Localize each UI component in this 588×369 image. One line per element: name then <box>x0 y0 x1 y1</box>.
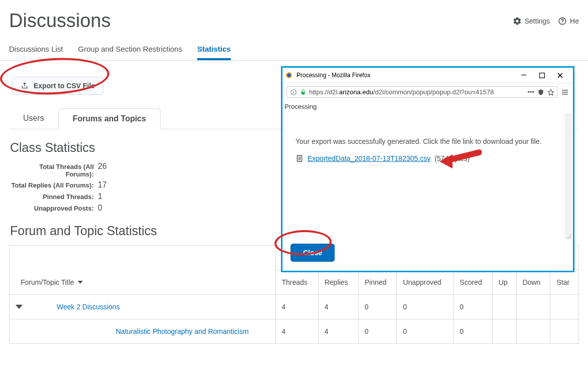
file-size: (574 bytes) <box>434 154 470 162</box>
shield-icon[interactable] <box>537 89 544 96</box>
col-replies[interactable]: Replies <box>318 270 358 295</box>
col-scored[interactable]: Scored <box>454 270 492 295</box>
export-csv-button[interactable]: Export to CSV File <box>12 77 103 95</box>
url-rest: /d2l/common/popup/popup.d2l?ou=41578 <box>373 88 494 96</box>
firefox-icon <box>285 72 292 79</box>
cell-down <box>516 295 550 319</box>
cell-threads: 4 <box>275 319 318 344</box>
help-label: He <box>570 17 579 25</box>
info-icon <box>290 89 297 96</box>
gear-icon <box>513 17 522 26</box>
stat-value: 1 <box>98 192 102 201</box>
col-up[interactable]: Up <box>492 270 516 295</box>
col-pinned[interactable]: Pinned <box>358 270 397 295</box>
settings-label: Settings <box>525 17 550 25</box>
cell-down <box>516 319 550 344</box>
sort-desc-icon <box>78 280 83 285</box>
page-title: Discussions <box>9 10 111 32</box>
window-maximize-button[interactable] <box>533 70 551 81</box>
stat-value: 17 <box>98 180 107 190</box>
lock-icon <box>300 89 306 95</box>
tab-restrictions[interactable]: Group and Section Restrictions <box>78 41 183 60</box>
export-icon <box>21 82 29 90</box>
svg-rect-4 <box>521 75 526 75</box>
url-host: arizona.edu <box>339 88 373 96</box>
cell-unapproved: 0 <box>397 319 454 344</box>
tab-statistics[interactable]: Statistics <box>197 41 231 60</box>
cell-up <box>492 295 516 319</box>
cell-unapproved: 0 <box>397 295 454 319</box>
cell-pinned: 0 <box>358 295 397 319</box>
stat-value: 0 <box>98 204 102 213</box>
svg-point-1 <box>562 23 563 24</box>
main-tabs: Discussions List Group and Section Restr… <box>0 36 588 61</box>
cell-scored: 0 <box>454 295 492 319</box>
export-file-link[interactable]: ExportedData_2018-07-13T182305.csv <box>308 154 430 162</box>
collapse-icon[interactable] <box>16 303 23 310</box>
table-row: Week 2 Discussions 4 4 0 0 0 <box>10 295 578 319</box>
cell-up <box>492 319 516 344</box>
topic-link[interactable]: Naturalistic Photography and Romanticism <box>16 327 249 335</box>
tab-discussions-list[interactable]: Discussions List <box>9 41 63 60</box>
stat-label: Pinned Threads: <box>11 193 94 201</box>
file-icon <box>296 154 304 162</box>
star-icon[interactable] <box>547 89 554 96</box>
help-icon <box>558 17 567 26</box>
cell-threads: 4 <box>275 295 318 319</box>
resize-grip-icon[interactable] <box>566 234 571 239</box>
stat-label: Total Threads (All Forums): <box>11 163 94 178</box>
col-unapproved[interactable]: Unapproved <box>397 270 454 295</box>
col-title-label: Forum/Topic Title <box>21 278 74 286</box>
svg-point-3 <box>287 74 291 77</box>
cell-replies: 4 <box>318 319 358 344</box>
processing-label: Processing <box>283 102 572 113</box>
popup-window: Processing - Mozilla Firefox https://d2l… <box>281 66 574 272</box>
help-link[interactable]: He <box>558 17 579 26</box>
cell-pinned: 0 <box>358 319 397 344</box>
stat-label: Unapproved Posts: <box>11 205 94 212</box>
col-threads[interactable]: Threads <box>275 270 318 295</box>
window-minimize-button[interactable] <box>515 70 533 81</box>
cell-star <box>550 295 578 319</box>
window-close-button[interactable] <box>551 70 569 81</box>
hamburger-icon[interactable] <box>561 88 569 96</box>
stat-label: Total Replies (All Forums): <box>11 181 94 189</box>
url-more-icon[interactable]: ••• <box>527 88 534 96</box>
cell-star <box>550 319 578 344</box>
inner-tab-forums[interactable]: Forums and Topics <box>58 108 161 129</box>
cell-scored: 0 <box>454 319 492 344</box>
url-prefix: https://d2l. <box>309 88 339 96</box>
svg-rect-5 <box>539 73 544 78</box>
stat-value: 26 <box>98 162 107 171</box>
col-down[interactable]: Down <box>516 270 550 295</box>
settings-link[interactable]: Settings <box>513 17 550 26</box>
col-star[interactable]: Star <box>550 270 578 295</box>
export-label: Export to CSV File <box>34 82 95 90</box>
col-title-header[interactable]: Forum/Topic Title <box>21 278 83 286</box>
forum-link[interactable]: Week 2 Discussions <box>57 303 120 311</box>
url-bar[interactable]: https://d2l.arizona.edu/d2l/common/popup… <box>286 86 558 98</box>
popup-title: Processing - Mozilla Firefox <box>297 72 370 79</box>
popup-close-button[interactable]: Close <box>290 244 335 262</box>
inner-tab-users[interactable]: Users <box>9 108 58 129</box>
table-row: Naturalistic Photography and Romanticism… <box>10 319 578 344</box>
popup-message: Your export was successfully generated. … <box>283 113 565 154</box>
cell-replies: 4 <box>318 295 358 319</box>
